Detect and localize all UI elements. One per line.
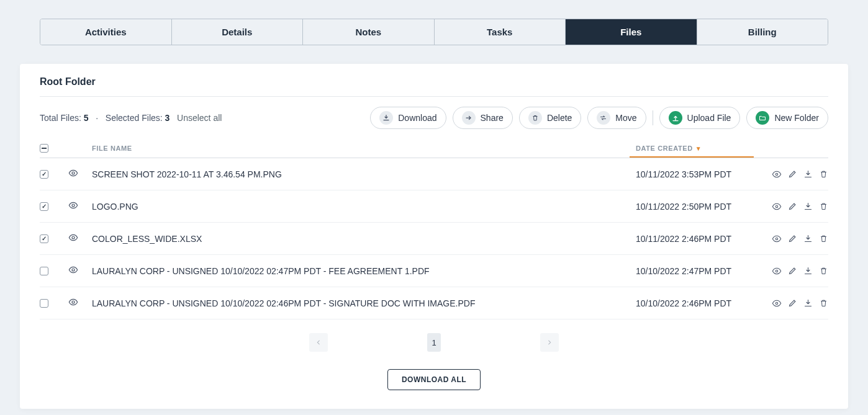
table-header: FILE NAME DATE CREATED ▼ — [40, 138, 828, 158]
file-date: 10/11/2022 2:46pm PDT — [636, 234, 760, 244]
separator: · — [96, 113, 98, 123]
table-row: Screen Shot 2022-10-11 at 3.46.54 PM.png… — [40, 158, 828, 190]
visibility-icon[interactable] — [68, 200, 78, 210]
row-edit-icon[interactable] — [788, 266, 797, 276]
tab-label: Notes — [355, 27, 381, 37]
row-view-icon[interactable] — [772, 169, 782, 179]
table-row: Lauralyn Corp - Unsigned 10/10/2022 02:4… — [40, 287, 828, 319]
folder-title: Root Folder — [40, 76, 828, 97]
tab-files[interactable]: Files — [566, 19, 697, 45]
file-rows: Screen Shot 2022-10-11 at 3.46.54 PM.png… — [40, 158, 828, 319]
select-all-checkbox[interactable] — [40, 144, 48, 153]
tab-label: Activities — [85, 27, 127, 37]
row-checkbox[interactable] — [40, 267, 48, 275]
svg-point-4 — [72, 236, 75, 239]
file-date: 10/11/2022 2:50pm PDT — [636, 202, 760, 212]
button-label: Upload File — [687, 113, 731, 123]
visibility-icon[interactable] — [68, 168, 78, 178]
sort-desc-icon: ▼ — [695, 145, 702, 152]
file-name[interactable]: Lauralyn Corp - Unsigned 10/10/2022 02:4… — [92, 266, 636, 276]
table-row: logo.png10/11/2022 2:50pm PDT — [40, 190, 828, 223]
file-date: 10/11/2022 3:53pm PDT — [636, 169, 760, 179]
tab-activities[interactable]: Activities — [40, 19, 172, 45]
row-download-icon[interactable] — [803, 169, 813, 179]
svg-point-8 — [72, 301, 75, 303]
row-download-icon[interactable] — [803, 234, 813, 244]
row-view-icon[interactable] — [772, 202, 782, 212]
tab-billing[interactable]: Billing — [697, 19, 828, 45]
svg-point-5 — [775, 238, 777, 239]
files-panel: Root Folder Total Files: 5 · Selected Fi… — [20, 64, 848, 409]
row-edit-icon[interactable] — [788, 202, 797, 212]
button-label: Download — [398, 113, 436, 123]
tab-bar: Activities Details Notes Tasks Files Bil… — [40, 19, 828, 45]
delete-button[interactable]: Delete — [519, 107, 581, 129]
tab-details[interactable]: Details — [172, 19, 304, 45]
row-delete-icon[interactable] — [819, 202, 828, 212]
row-delete-icon[interactable] — [819, 298, 828, 308]
row-checkbox[interactable] — [40, 299, 48, 308]
new-folder-button[interactable]: New Folder — [746, 107, 828, 129]
page-prev[interactable] — [309, 333, 328, 352]
row-delete-icon[interactable] — [819, 234, 828, 244]
button-label: Delete — [547, 113, 572, 123]
move-icon — [597, 111, 610, 125]
row-delete-icon[interactable] — [819, 169, 828, 179]
total-files-label: Total Files: — [40, 113, 81, 123]
tab-label: Tasks — [487, 27, 512, 37]
visibility-icon[interactable] — [68, 233, 78, 243]
file-stats: Total Files: 5 · Selected Files: 3 Unsel… — [40, 113, 222, 123]
col-date-label: DATE CREATED — [636, 145, 693, 152]
upload-icon — [669, 111, 682, 125]
svg-point-7 — [775, 270, 777, 272]
file-name[interactable]: Lauralyn Corp - Unsigned 10/10/2022 02:4… — [92, 298, 636, 308]
row-download-icon[interactable] — [803, 266, 813, 276]
button-label: New Folder — [774, 113, 819, 123]
download-button[interactable]: Download — [370, 107, 446, 129]
table-row: Lauralyn Corp - Unsigned 10/10/2022 02:4… — [40, 255, 828, 287]
share-icon — [462, 111, 476, 125]
table-row: color_less_wide.xlsx10/11/2022 2:46pm PD… — [40, 223, 828, 255]
svg-point-6 — [72, 269, 75, 271]
selected-files-label: Selected Files: — [106, 113, 163, 123]
row-checkbox[interactable] — [40, 234, 48, 243]
row-checkbox[interactable] — [40, 170, 48, 179]
pagination: 1 — [40, 333, 828, 352]
col-date-created[interactable]: DATE CREATED ▼ — [636, 145, 760, 152]
total-files-value: 5 — [84, 113, 89, 123]
action-buttons: Download Share Delete Move — [370, 107, 828, 129]
tab-notes[interactable]: Notes — [303, 19, 435, 45]
row-view-icon[interactable] — [772, 298, 782, 308]
row-view-icon[interactable] — [772, 234, 782, 244]
tab-tasks[interactable]: Tasks — [435, 19, 566, 45]
page-next[interactable] — [540, 333, 559, 352]
file-name[interactable]: logo.png — [92, 202, 636, 212]
col-filename[interactable]: FILE NAME — [92, 145, 636, 152]
row-edit-icon[interactable] — [788, 298, 797, 308]
button-label: Share — [481, 113, 504, 123]
row-delete-icon[interactable] — [819, 266, 828, 276]
move-button[interactable]: Move — [587, 107, 646, 129]
row-edit-icon[interactable] — [788, 169, 797, 179]
download-all-button[interactable]: DOWNLOAD ALL — [387, 369, 481, 390]
file-name[interactable]: Screen Shot 2022-10-11 at 3.46.54 PM.png — [92, 169, 636, 179]
visibility-icon[interactable] — [68, 265, 78, 275]
file-name[interactable]: color_less_wide.xlsx — [92, 234, 636, 244]
visibility-icon[interactable] — [68, 297, 78, 307]
row-download-icon[interactable] — [803, 202, 813, 212]
toolbar: Total Files: 5 · Selected Files: 3 Unsel… — [40, 97, 828, 138]
selected-files-value: 3 — [165, 113, 170, 123]
row-checkbox[interactable] — [40, 202, 48, 211]
row-download-icon[interactable] — [803, 298, 813, 308]
button-label: Move — [615, 113, 636, 123]
share-button[interactable]: Share — [453, 107, 513, 129]
row-view-icon[interactable] — [772, 266, 782, 276]
tab-label: Details — [222, 27, 252, 37]
upload-file-button[interactable]: Upload File — [659, 107, 741, 129]
unselect-all-link[interactable]: Unselect all — [177, 113, 222, 123]
row-edit-icon[interactable] — [788, 234, 797, 244]
file-date: 10/10/2022 2:46pm PDT — [636, 298, 760, 308]
svg-point-9 — [775, 302, 777, 304]
page-current[interactable]: 1 — [427, 333, 441, 352]
svg-point-0 — [72, 172, 75, 174]
